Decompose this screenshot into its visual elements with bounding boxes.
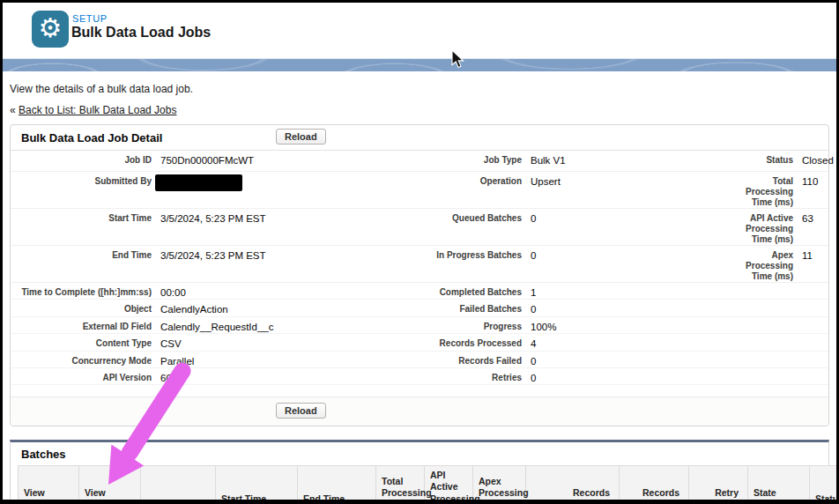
col-header-view-request: View Request [19,466,79,500]
col-header-api-active-processing: API Active Processing Time (ms) [425,466,473,500]
detail-row: Submitted By Operation Upsert Total Proc… [11,172,828,209]
field-label: Status [723,151,793,171]
field-value: Closed [793,151,834,171]
field-value [793,352,828,367]
field-value: Calendly__RequestId__c [152,317,397,333]
field-label [723,368,793,384]
field-label: Records Processed [397,334,522,350]
field-label: Job Type [397,151,522,171]
field-label: Apex Processing Time (ms) [723,246,793,282]
job-detail-footer: Reload [11,397,828,426]
field-value [793,300,828,315]
page-title: Bulk Data Load Jobs [71,25,211,41]
gear-icon: ⚙ [39,15,63,41]
batches-table: View Request View Result Start Time End … [18,465,836,500]
field-value [152,172,397,208]
field-value: 60.0 [152,368,397,384]
field-label: Content Type [11,334,152,350]
field-value: Upsert [522,172,723,208]
batches-title: Batches [11,442,828,465]
field-label: Start Time [11,209,152,245]
field-label: Operation [397,172,522,208]
field-value: CSV [152,334,397,350]
detail-row: API Version 60.0 Retries 0 [11,368,828,385]
job-detail-panel: Bulk Data Load Job Detail Reload Job ID … [10,124,829,426]
field-label: In Progress Batches [397,246,522,282]
intro-text: View the details of a bulk data load job… [10,83,836,95]
reload-button-bottom[interactable]: Reload [276,403,326,419]
field-value: 11 [793,246,828,282]
col-header-records-processed: Records Processed [526,466,620,500]
col-header-start-time: Start Time [216,466,298,500]
spacer [11,385,828,397]
field-value: 110 [793,172,828,208]
field-value: 4 [522,334,723,350]
field-label: Records Failed [397,352,522,367]
detail-row: End Time 3/5/2024, 5:23 PM EST In Progre… [11,246,828,283]
col-header-records-failed: Records Failed [620,466,689,500]
setup-tile: ⚙ [32,11,69,48]
field-label: Queued Batches [397,209,522,245]
field-label: Progress [397,317,522,333]
breadcrumb: « Back to List: Bulk Data Load Jobs [10,104,836,116]
field-value: 750Dn00000FMcWT [152,151,397,171]
field-value: 0 [522,368,723,384]
field-value: 0 [522,352,723,367]
detail-row: External ID Field Calendly__RequestId__c… [11,317,828,334]
field-value: 3/5/2024, 5:23 PM EST [152,209,397,245]
field-label: Concurrency Mode [11,352,152,367]
field-value: CalendlyAction [152,300,397,315]
field-label [723,300,793,315]
batches-header-row: View Request View Result Start Time End … [19,466,837,500]
field-label: Object [11,300,152,315]
detail-row: Start Time 3/5/2024, 5:23 PM EST Queued … [11,209,828,246]
back-to-list-link[interactable]: Back to List: Bulk Data Load Jobs [19,104,176,116]
col-header-status: Status [810,466,837,500]
reload-button-top[interactable]: Reload [276,129,326,145]
theme-texture-bar [3,58,836,71]
batches-table-wrap: View Request View Result Start Time End … [18,465,828,500]
field-label: Completed Batches [397,283,522,299]
field-label: Time to Complete ([hh:]mm:ss) [11,283,152,299]
redacted-submitted-by [155,174,242,191]
col-header-retry-count: Retry Count [689,466,748,500]
job-detail-title: Bulk Data Load Job Detail [21,131,162,145]
field-value: 0 [522,246,723,282]
col-header-apex-processing: Apex Processing Time (ms) [473,466,526,500]
page: ⚙ SETUP Bulk Data Load Jobs View the det… [3,3,836,500]
field-label: Failed Batches [397,300,522,315]
field-value: 100% [522,317,723,333]
setup-eyebrow: SETUP [72,13,108,24]
back-marker: « [10,104,16,116]
field-label: Job ID [11,151,152,171]
col-header-state-message: State Message [748,466,810,500]
col-header-view-result: View Result [79,466,141,500]
col-header-total-processing: Total Processing Time (ms) [376,466,425,500]
field-label [723,317,793,333]
field-label: Retries [397,368,522,384]
field-value: 00:00 [152,283,397,299]
col-header-batch-id [141,466,216,500]
field-value [793,368,828,384]
detail-row: Content Type CSV Records Processed 4 [11,334,828,351]
field-label [723,283,793,299]
field-value: 0 [522,300,723,315]
field-value [793,283,828,299]
detail-row: Concurrency Mode Parallel Records Failed… [11,352,828,368]
field-label [723,334,793,350]
field-value: 1 [522,283,723,299]
field-label: Submitted By [11,172,152,208]
detail-row: Job ID 750Dn00000FMcWT Job Type Bulk V1 … [11,151,828,172]
job-detail-header: Bulk Data Load Job Detail Reload [11,125,828,151]
field-value [793,317,828,333]
field-label: End Time [11,246,152,282]
field-label [723,352,793,367]
field-label: Total Processing Time (ms) [723,172,793,208]
field-value: 0 [522,209,723,245]
field-label: External ID Field [11,317,152,333]
field-value: 3/5/2024, 5:23 PM EST [152,246,397,282]
field-label: API Version [11,368,152,384]
field-label: API Active Processing Time (ms) [723,209,793,245]
detail-row: Object CalendlyAction Failed Batches 0 [11,300,828,316]
col-header-end-time: End Time [298,466,376,500]
